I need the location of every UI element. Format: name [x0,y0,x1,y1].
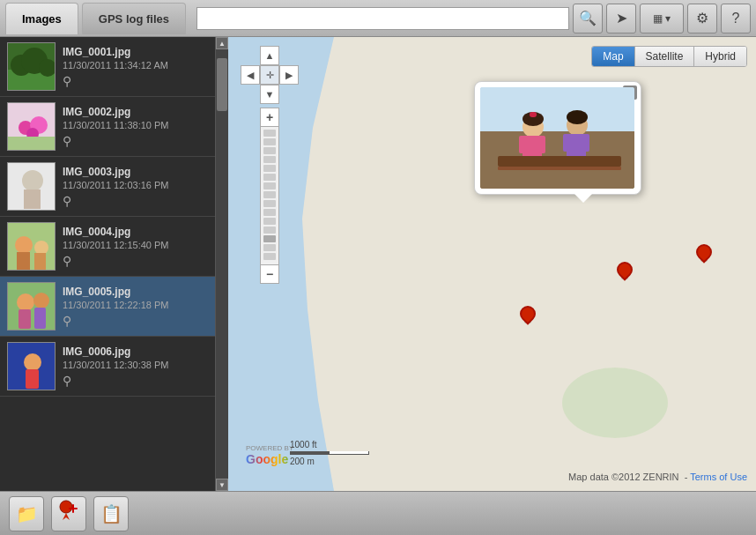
tab-gps[interactable]: GPS log files [82,3,186,34]
copy-button[interactable]: 📋 [93,496,129,531]
map-land-detail [562,368,668,438]
pan-center-button[interactable]: ✛ [260,65,279,85]
svg-rect-25 [26,369,39,389]
svg-rect-22 [34,308,46,329]
svg-point-40 [567,110,588,124]
search-button[interactable]: 🔍 [573,4,603,33]
pan-left-button[interactable]: ◀ [241,65,260,85]
export-icon: ➤ [616,10,627,26]
svg-point-19 [17,294,34,311]
svg-rect-39 [582,134,589,152]
item-date: 11/30/2011 11:38:10 PM [63,120,208,130]
zoom-in-button[interactable]: + [260,108,279,127]
add-pin-button[interactable] [51,496,86,531]
export-button[interactable]: ➤ [606,4,636,33]
item-date: 11/30/2011 11:34:12 AM [63,60,208,71]
pan-right-button[interactable]: ▶ [279,65,299,85]
folder-icon: 📁 [16,503,38,524]
search-input[interactable] [196,7,569,30]
google-branding: POWERED BY Google [246,444,293,466]
item-link-icon[interactable]: ⚲ [63,134,208,148]
svg-point-24 [24,353,41,371]
open-folder-button[interactable]: 📁 [9,496,44,531]
map-pin-1[interactable] [520,306,536,323]
svg-point-16 [34,241,48,255]
svg-rect-28 [480,87,634,131]
map-type-controls: Map Satellite Hybrid [591,46,747,67]
gear-icon: ⚙ [696,10,708,26]
item-info: IMG_0006.jpg 11/30/2011 12:30:38 PM ⚲ [63,346,208,388]
item-link-icon[interactable]: ⚲ [63,314,208,328]
left-panel-scrollbar[interactable]: ▲ ▼ [216,37,228,491]
map-type-satellite[interactable]: Satellite [635,47,695,66]
svg-rect-41 [498,156,621,167]
item-link-icon[interactable]: ⚲ [63,74,208,88]
svg-marker-44 [63,513,70,520]
item-date: 11/30/2011 12:30:38 PM [63,360,208,370]
item-link-icon[interactable]: ⚲ [63,194,208,208]
svg-rect-42 [498,167,621,170]
tab-images[interactable]: Images [5,3,78,34]
view-button[interactable]: ▦ ▾ [640,4,684,33]
google-logo: Google [246,452,293,466]
copy-icon: 📋 [100,503,122,524]
svg-rect-38 [563,134,570,152]
map-pin-3[interactable] [696,244,712,262]
svg-point-43 [60,501,72,513]
item-info: IMG_0005.jpg 11/30/2011 12:22:18 PM ⚲ [63,286,208,328]
list-item[interactable]: IMG_0004.jpg 11/30/2011 12:15:40 PM ⚲ [0,217,215,277]
image-thumbnail [7,282,56,331]
item-link-icon[interactable]: ⚲ [63,254,208,268]
map-area[interactable]: × [228,37,756,491]
terms-of-use-link[interactable]: Terms of Use [690,472,747,482]
list-item[interactable]: IMG_0006.jpg 11/30/2011 12:30:38 PM ⚲ [0,337,215,397]
map-credit-text: Map data ©2012 ZENRIN [568,472,679,482]
list-item[interactable]: IMG_0002.jpg 11/30/2011 11:38:10 PM ⚲ [0,97,215,157]
image-thumbnail [7,162,56,211]
bottom-toolbar: 📁 📋 [0,491,756,535]
map-pin-2[interactable] [617,262,633,279]
zoom-out-button[interactable]: − [260,264,279,284]
list-item[interactable]: IMG_0001.jpg 11/30/2011 11:34:12 AM ⚲ [0,37,215,97]
list-item[interactable]: IMG_0005.jpg 11/30/2011 12:22:18 PM ⚲ [0,277,215,337]
svg-rect-46 [69,508,78,509]
pan-up-button[interactable]: ▲ [260,46,279,65]
image-thumbnail [7,102,56,151]
settings-button[interactable]: ⚙ [687,4,717,33]
scale-ruler-dark [291,451,330,454]
scale-m: 200 m [290,457,369,466]
image-thumbnail [7,42,56,91]
top-toolbar: Images GPS log files 🔍 ➤ ▦ ▾ ⚙ ? [0,0,756,37]
svg-rect-35 [530,112,537,117]
item-info: IMG_0003.jpg 11/30/2011 12:03:16 PM ⚲ [63,166,208,208]
view-icon: ▦ [653,12,663,25]
item-info: IMG_0002.jpg 11/30/2011 11:38:10 PM ⚲ [63,106,208,148]
left-panel-container: IMG_0001.jpg 11/30/2011 11:34:12 AM ⚲ IM… [0,37,228,491]
svg-rect-20 [19,309,31,329]
list-item[interactable]: IMG_0003.jpg 11/30/2011 12:03:16 PM ⚲ [0,157,215,217]
search-icon: 🔍 [579,10,597,26]
item-date: 11/30/2011 12:22:18 PM [63,300,208,310]
item-name: IMG_0006.jpg [63,346,208,358]
map-type-hybrid[interactable]: Hybrid [694,47,746,66]
item-info: IMG_0004.jpg 11/30/2011 12:15:40 PM ⚲ [63,226,208,268]
pin-head [613,258,635,280]
scale-ruler-ft [290,451,369,455]
zoom-slider-track[interactable] [260,127,279,264]
help-button[interactable]: ? [721,4,751,33]
image-list: IMG_0001.jpg 11/30/2011 11:34:12 AM ⚲ IM… [0,37,216,491]
scroll-down-arrow[interactable]: ▼ [216,479,228,491]
svg-point-21 [33,293,49,308]
scroll-up-arrow[interactable]: ▲ [216,37,228,49]
scroll-thumb[interactable] [217,58,227,111]
pan-down-button[interactable]: ▼ [260,85,279,104]
scroll-track[interactable] [216,49,228,479]
map-type-map[interactable]: Map [592,47,634,66]
scale-ft: 1000 ft [290,440,369,450]
photo-popup: × [474,81,641,195]
item-link-icon[interactable]: ⚲ [63,374,208,388]
scale-line: 1000 ft 200 m [290,440,369,466]
svg-point-11 [22,170,43,191]
svg-rect-33 [538,136,545,153]
popup-photo [480,87,634,189]
